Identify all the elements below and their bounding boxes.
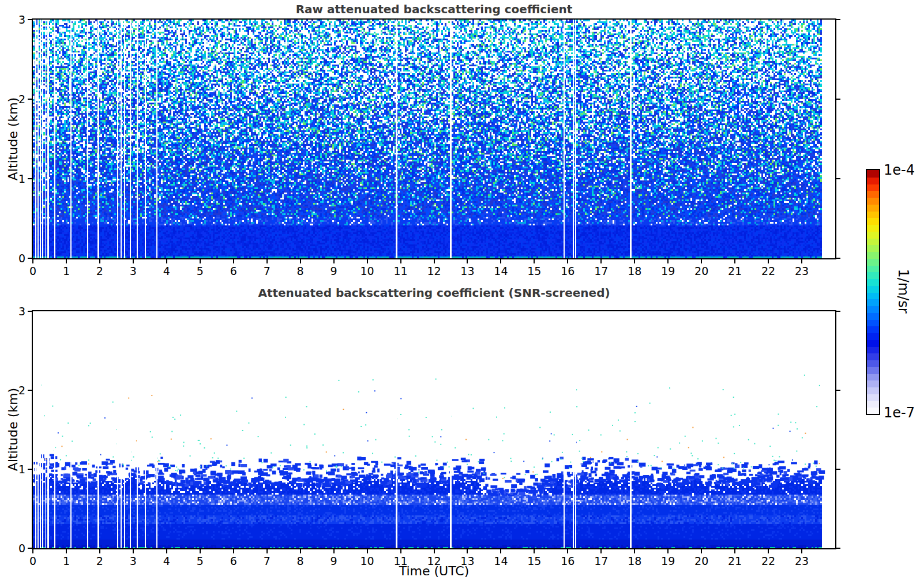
x-tick-label: 9: [331, 555, 337, 567]
x-tick-label: 1: [63, 555, 70, 567]
top-panel-plot-area: [32, 18, 836, 259]
x-tick-mark: [667, 549, 669, 553]
x-tick-label: 16: [561, 265, 574, 277]
x-tick-label: 5: [197, 555, 204, 567]
x-tick-label: 15: [527, 265, 541, 277]
x-tick-mark: [634, 549, 635, 553]
y-tick-mark-right: [836, 99, 840, 100]
y-tick-label: 3: [7, 305, 25, 318]
x-tick-label: 17: [594, 265, 608, 277]
x-tick-mark: [434, 549, 435, 553]
y-tick-mark: [28, 548, 32, 549]
x-tick-label: 17: [594, 555, 608, 567]
x-tick-mark: [166, 259, 167, 263]
screened-backscatter-heatmap: [33, 311, 835, 548]
x-tick-mark: [734, 259, 735, 263]
x-tick-mark: [200, 259, 201, 263]
x-tick-label: 15: [527, 555, 541, 567]
x-tick-mark: [66, 549, 67, 553]
y-tick-label: 0: [7, 542, 25, 555]
x-tick-label: 20: [694, 265, 708, 277]
y-tick-label: 2: [7, 93, 25, 105]
x-tick-label: 8: [297, 555, 304, 567]
x-tick-mark: [200, 549, 201, 553]
x-tick-label: 11: [393, 555, 407, 567]
x-tick-mark: [32, 549, 33, 553]
x-tick-label: 5: [197, 265, 204, 277]
x-tick-mark: [600, 549, 602, 553]
x-tick-mark: [400, 549, 401, 553]
x-tick-mark: [567, 259, 568, 263]
x-tick-label: 14: [494, 265, 508, 277]
x-tick-mark: [801, 549, 802, 553]
x-tick-label: 18: [628, 555, 641, 567]
y-tick-label: 1: [7, 172, 25, 185]
x-tick-mark: [768, 259, 769, 263]
x-tick-label: 2: [96, 555, 103, 567]
x-tick-mark: [333, 549, 335, 553]
bottom-panel-plot-area: [32, 310, 836, 549]
x-tick-mark: [266, 259, 268, 263]
x-tick-mark: [99, 549, 100, 553]
x-tick-label: 7: [264, 555, 271, 567]
top-panel-title: Raw attenuated backscattering coefficien…: [32, 2, 836, 16]
x-tick-label: 0: [29, 265, 36, 277]
x-tick-mark: [133, 549, 134, 553]
x-tick-mark: [667, 259, 669, 263]
x-tick-mark: [467, 259, 468, 263]
x-tick-mark: [500, 259, 501, 263]
x-tick-label: 19: [661, 265, 675, 277]
colorbar: [867, 170, 879, 414]
x-tick-mark: [701, 549, 702, 553]
x-tick-label: 13: [460, 265, 474, 277]
x-tick-label: 21: [728, 555, 742, 567]
x-tick-label: 18: [628, 265, 641, 277]
y-tick-mark: [28, 469, 32, 470]
x-tick-mark: [133, 259, 134, 263]
x-tick-mark: [500, 549, 501, 553]
y-tick-label: 3: [7, 13, 25, 26]
x-tick-mark: [801, 259, 802, 263]
colorbar-min-label: 1e-7: [884, 405, 915, 420]
x-tick-mark: [534, 259, 535, 263]
x-tick-mark: [266, 549, 268, 553]
x-tick-label: 12: [427, 265, 441, 277]
x-tick-label: 11: [393, 265, 407, 277]
x-tick-label: 19: [661, 555, 675, 567]
x-tick-label: 4: [163, 555, 170, 567]
x-tick-label: 10: [360, 555, 374, 567]
x-tick-label: 2: [96, 265, 103, 277]
bottom-panel-title: Attenuated backscattering coefficient (S…: [32, 286, 836, 300]
x-tick-mark: [166, 549, 167, 553]
x-tick-label: 20: [694, 555, 708, 567]
x-tick-label: 14: [494, 555, 508, 567]
colorbar-box: [866, 169, 880, 415]
x-tick-mark: [634, 259, 635, 263]
x-tick-mark: [233, 259, 234, 263]
x-tick-mark: [66, 259, 67, 263]
y-tick-mark: [28, 178, 32, 179]
x-tick-mark: [367, 259, 368, 263]
x-tick-mark: [400, 259, 401, 263]
x-tick-mark: [300, 259, 301, 263]
x-tick-label: 3: [130, 555, 137, 567]
x-tick-label: 16: [561, 555, 574, 567]
x-tick-label: 8: [297, 265, 304, 277]
x-tick-label: 23: [795, 555, 809, 567]
y-tick-mark: [28, 390, 32, 391]
y-tick-mark-right: [836, 258, 840, 259]
x-tick-label: 6: [230, 555, 237, 567]
x-tick-label: 7: [264, 265, 271, 277]
raw-backscatter-heatmap: [33, 20, 835, 258]
colorbar-unit-label: 1/m/sr: [895, 269, 911, 313]
x-tick-mark: [32, 259, 33, 263]
x-tick-mark: [233, 549, 234, 553]
x-tick-mark: [734, 549, 735, 553]
y-tick-mark: [28, 258, 32, 259]
y-tick-mark-right: [836, 19, 840, 20]
y-tick-mark-right: [836, 178, 840, 179]
x-tick-label: 4: [163, 265, 170, 277]
x-tick-label: 21: [728, 265, 742, 277]
x-tick-mark: [300, 549, 301, 553]
y-tick-mark-right: [836, 390, 840, 391]
